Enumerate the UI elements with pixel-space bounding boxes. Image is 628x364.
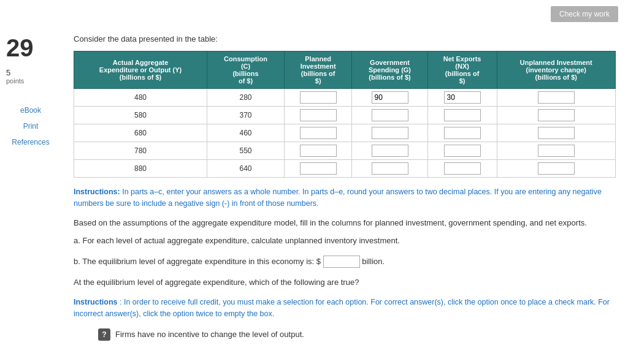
- checkbox-label-1: Firms have no incentive to change the le…: [115, 330, 304, 339]
- sidebar-link-print[interactable]: Print: [0, 119, 61, 134]
- question-b-prefix: b. The equilibrium level of aggregate ex…: [74, 257, 321, 266]
- input-g-row-4[interactable]: [372, 162, 408, 175]
- input-pi-row-0[interactable]: [300, 91, 337, 104]
- cell-pi-row-0[interactable]: [285, 89, 352, 107]
- cell-y-row-2: 680: [74, 124, 207, 142]
- cell-pi-row-2[interactable]: [285, 124, 352, 142]
- input-pi-row-1[interactable]: [300, 109, 337, 121]
- cell-ui-row-3[interactable]: [497, 142, 615, 160]
- cell-nx-row-4[interactable]: [427, 160, 497, 178]
- question-number: 29: [0, 34, 61, 68]
- cell-nx-row-2[interactable]: [427, 124, 497, 142]
- input-nx-row-0[interactable]: [444, 91, 481, 104]
- instructions-block-1: Instructions: In parts a–c, enter your a…: [74, 186, 616, 210]
- input-pi-row-3[interactable]: [300, 145, 337, 157]
- input-pi-row-2[interactable]: [300, 127, 337, 139]
- input-g-row-0[interactable]: [372, 91, 408, 104]
- col-header-y: Actual AggregateExpenditure or Output (Y…: [74, 51, 207, 89]
- cell-g-row-4[interactable]: [352, 160, 427, 178]
- cell-nx-row-0[interactable]: [427, 89, 497, 107]
- input-nx-row-1[interactable]: [444, 109, 481, 121]
- input-g-row-2[interactable]: [372, 127, 408, 139]
- cell-nx-row-1[interactable]: [427, 107, 497, 124]
- input-g-row-1[interactable]: [372, 109, 408, 121]
- cell-y-row-4: 880: [74, 160, 207, 178]
- cell-c-row-0: 280: [207, 89, 285, 107]
- check-my-work-button[interactable]: Check my work: [551, 6, 618, 22]
- input-ui-row-0[interactable]: [538, 91, 575, 104]
- sidebar-link-references[interactable]: References: [0, 135, 61, 150]
- instructions-label-2: Instructions: [74, 298, 118, 306]
- input-g-row-3[interactable]: [372, 145, 408, 157]
- input-nx-row-3[interactable]: [444, 145, 481, 157]
- equilibrium-input[interactable]: [323, 256, 360, 268]
- cell-y-row-0: 480: [74, 89, 207, 107]
- col-header-pi: PlannedInvestment(billions of$): [285, 51, 352, 89]
- cell-ui-row-0[interactable]: [497, 89, 615, 107]
- cell-pi-row-1[interactable]: [285, 107, 352, 124]
- question-c: At the equilibrium level of aggregate ex…: [74, 276, 616, 289]
- input-nx-row-4[interactable]: [444, 162, 481, 175]
- input-nx-row-2[interactable]: [444, 127, 481, 139]
- cell-ui-row-2[interactable]: [497, 124, 615, 142]
- cell-y-row-1: 580: [74, 107, 207, 124]
- cell-pi-row-3[interactable]: [285, 142, 352, 160]
- points-value: 5: [0, 68, 61, 77]
- input-ui-row-1[interactable]: [538, 109, 575, 121]
- cell-g-row-0[interactable]: [352, 89, 427, 107]
- cell-g-row-2[interactable]: [352, 124, 427, 142]
- question-b-line: b. The equilibrium level of aggregate ex…: [74, 256, 616, 268]
- input-pi-row-4[interactable]: [300, 162, 337, 175]
- col-header-ui: Unplanned Investment(inventory change)(b…: [497, 51, 615, 89]
- cell-g-row-3[interactable]: [352, 142, 427, 160]
- cell-y-row-3: 780: [74, 142, 207, 160]
- cell-g-row-1[interactable]: [352, 107, 427, 124]
- cell-c-row-3: 550: [207, 142, 285, 160]
- cell-c-row-2: 460: [207, 124, 285, 142]
- input-ui-row-2[interactable]: [538, 127, 575, 139]
- checkbox-option-1[interactable]: ? Firms have no incentive to change the …: [98, 328, 616, 341]
- instructions-text-2: : In order to receive full credit, you m…: [74, 298, 610, 318]
- cell-c-row-4: 640: [207, 160, 285, 178]
- points-label: points: [0, 77, 61, 97]
- instructions-label-1: Instructions:: [74, 188, 120, 196]
- data-table: Actual AggregateExpenditure or Output (Y…: [74, 51, 616, 178]
- cell-ui-row-1[interactable]: [497, 107, 615, 124]
- instructions-block-2: Instructions : In order to receive full …: [74, 297, 616, 320]
- col-header-c: Consumption(C)(billionsof $): [207, 51, 285, 89]
- question-a: a. For each level of actual aggregate ex…: [74, 235, 616, 247]
- body-text: Based on the assumptions of the aggregat…: [74, 217, 616, 229]
- col-header-nx: Net Exports(NX)(billions of$): [427, 51, 497, 89]
- question-b-suffix: billion.: [362, 257, 385, 266]
- sidebar-link-ebook[interactable]: eBook: [0, 103, 61, 118]
- cell-c-row-1: 370: [207, 107, 285, 124]
- question-intro: Consider the data presented in the table…: [74, 34, 616, 44]
- cell-nx-row-3[interactable]: [427, 142, 497, 160]
- instructions-text-1: In parts a–c, enter your answers as a wh…: [74, 188, 602, 208]
- cell-ui-row-4[interactable]: [497, 160, 615, 178]
- input-ui-row-3[interactable]: [538, 145, 575, 157]
- input-ui-row-4[interactable]: [538, 162, 575, 175]
- col-header-g: GovernmentSpending (G)(billions of $): [352, 51, 427, 89]
- cell-pi-row-4[interactable]: [285, 160, 352, 178]
- checkbox-icon-1[interactable]: ?: [98, 328, 110, 341]
